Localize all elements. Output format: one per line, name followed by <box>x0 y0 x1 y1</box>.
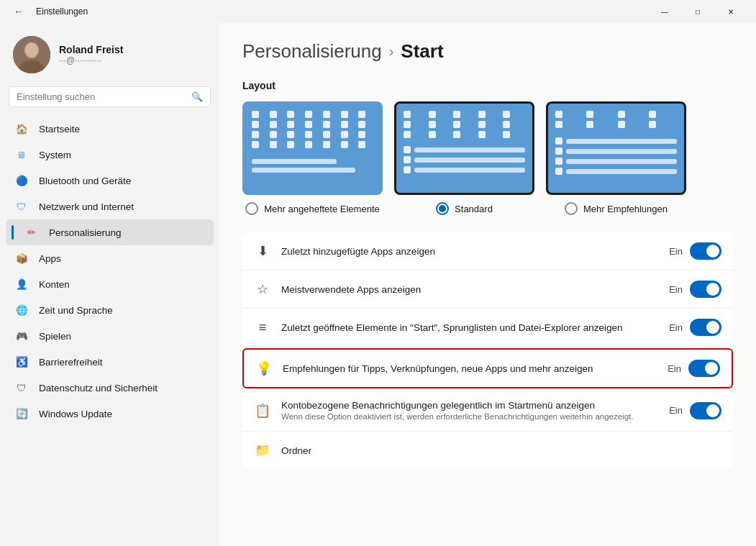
settings-right-zuletzt-geöffnet: Ein <box>669 319 721 336</box>
layout-option-mehr-angeheftet[interactable]: Mehr angeheftete Elemente <box>242 101 383 215</box>
settings-text-ordner: Ordner <box>281 445 721 456</box>
sidebar-item-personalisierung[interactable]: ✏Personalisierung <box>6 219 214 245</box>
mixed-row <box>555 147 677 155</box>
search-box[interactable]: 🔍 <box>9 86 211 107</box>
settings-row-kontobezogen[interactable]: 📋Kontobezogene Benachrichtigungen gelege… <box>242 390 733 432</box>
dot <box>478 131 486 138</box>
layout-option-mehr-empfehlungen[interactable]: Mehr Empfehlungen <box>546 101 686 215</box>
mixed-row <box>404 166 525 173</box>
settings-title-zuletzt-hinzugefugt: Zuletzt hinzugefügte Apps anzeigen <box>281 246 659 257</box>
mixed-row <box>404 146 525 153</box>
nav-label-spielen: Spielen <box>39 331 71 342</box>
breadcrumb: Personalisierung › Start <box>242 40 733 63</box>
toggle-label-zuletzt-geöffnet: Ein <box>669 322 683 333</box>
mixed-row <box>555 168 677 175</box>
sidebar-item-startseite[interactable]: 🏠Startseite <box>6 116 214 142</box>
dot <box>270 141 277 148</box>
back-button[interactable]: ← <box>9 1 29 22</box>
layout-lines-1 <box>252 156 373 173</box>
mixed-dot <box>555 147 563 155</box>
toggle-label-empfehlungen: Ein <box>668 363 681 374</box>
dot <box>404 131 411 138</box>
layout-option-standard[interactable]: Standard <box>394 101 534 215</box>
sidebar-item-netzwerk[interactable]: 🛡Netzwerk und Internet <box>6 194 214 219</box>
title-bar-controls: — □ ✕ <box>648 0 747 23</box>
dots-grid-3 <box>555 111 677 128</box>
nav-icon-netzwerk: 🛡 <box>14 199 29 214</box>
dot <box>586 121 593 128</box>
dot <box>555 121 563 128</box>
dots-grid-2 <box>404 111 525 138</box>
search-input[interactable] <box>17 91 186 102</box>
toggle-kontobezogen[interactable] <box>690 402 721 419</box>
dot <box>305 111 312 118</box>
sidebar-item-konten[interactable]: 👤Konten <box>6 271 214 297</box>
mixed-row <box>555 137 677 145</box>
dot <box>453 131 460 138</box>
dot <box>429 131 436 138</box>
sidebar-item-update[interactable]: 🔄Windows Update <box>6 401 214 427</box>
dot <box>287 141 294 148</box>
breadcrumb-parent: Personalisierung <box>242 40 382 63</box>
nav-icon-personalisierung: ✏ <box>24 225 39 240</box>
dot <box>341 111 348 118</box>
settings-title-zuletzt-geöffnet: Zuletzt geöffnete Elemente in "Start", S… <box>281 322 659 333</box>
settings-icon-ordner: 📁 <box>254 442 271 459</box>
nav-list: 🏠Startseite🖥System🔵Bluetooth und Geräte🛡… <box>6 116 214 427</box>
sidebar-item-bluetooth[interactable]: 🔵Bluetooth und Geräte <box>6 168 214 194</box>
toggle-meistverwendete[interactable] <box>690 281 721 298</box>
dot <box>287 121 294 128</box>
settings-icon-empfehlungen: 💡 <box>255 360 273 377</box>
maximize-button[interactable]: □ <box>681 0 714 23</box>
mixed-lines-3 <box>555 137 677 175</box>
nav-label-datenschutz: Datenschutz und Sicherheit <box>39 383 158 393</box>
layout-option-label-2: Standard <box>455 204 493 214</box>
settings-icon-zuletzt-geöffnet: ≡ <box>254 319 271 336</box>
dot <box>341 141 348 148</box>
dot <box>270 131 277 138</box>
dot <box>341 131 348 138</box>
toggle-empfehlungen[interactable] <box>688 360 720 377</box>
active-indicator <box>12 225 14 240</box>
nav-icon-spielen: 🎮 <box>14 329 29 343</box>
radio-label-1: Mehr angeheftete Elemente <box>245 202 379 215</box>
dot <box>252 141 259 148</box>
sidebar-item-zeit[interactable]: 🌐Zeit und Sprache <box>6 297 214 323</box>
dot <box>555 111 563 118</box>
toggle-knob-kontobezogen <box>706 404 719 417</box>
main-layout: Roland Freist ···@··········· 🔍 🏠Startse… <box>0 23 756 546</box>
minimize-button[interactable]: — <box>648 0 681 23</box>
settings-row-ordner[interactable]: 📁Ordner <box>242 432 733 469</box>
nav-label-apps: Apps <box>39 253 61 264</box>
settings-row-zuletzt-geöffnet[interactable]: ≡Zuletzt geöffnete Elemente in "Start", … <box>242 309 733 347</box>
toggle-knob-empfehlungen <box>705 362 718 375</box>
layout-option-label-3: Mehr Empfehlungen <box>583 204 668 214</box>
avatar-image <box>13 36 50 73</box>
settings-row-zuletzt-hinzugefugt[interactable]: ⬇Zuletzt hinzugefügte Apps anzeigenEin <box>242 232 733 270</box>
settings-row-meistverwendete[interactable]: ☆Meistverwendete Apps anzeigenEin <box>242 270 733 309</box>
dot <box>270 111 277 118</box>
mixed-dot <box>404 166 411 173</box>
dot <box>618 111 625 118</box>
settings-row-empfehlungen[interactable]: 💡Empfehlungen für Tipps, Verknüpfungen, … <box>242 348 733 388</box>
nav-icon-apps: 📦 <box>14 251 29 265</box>
sidebar-item-barrierefreiheit[interactable]: ♿Barrierefreiheit <box>6 349 214 375</box>
nav-icon-barrierefreiheit: ♿ <box>14 355 29 369</box>
toggle-zuletzt-geöffnet[interactable] <box>690 319 721 336</box>
settings-right-zuletzt-hinzugefugt: Ein <box>669 242 721 260</box>
dot <box>478 121 486 128</box>
settings-title-empfehlungen: Empfehlungen für Tipps, Verknüpfungen, n… <box>283 363 657 374</box>
dot <box>358 111 365 118</box>
toggle-zuletzt-hinzugefugt[interactable] <box>690 242 721 260</box>
dot <box>453 111 460 118</box>
sidebar-item-spielen[interactable]: 🎮Spielen <box>6 323 214 349</box>
settings-title-meistverwendete: Meistverwendete Apps anzeigen <box>281 284 659 295</box>
dot <box>618 121 625 128</box>
dot <box>586 111 593 118</box>
sidebar-item-apps[interactable]: 📦Apps <box>6 245 214 271</box>
user-section[interactable]: Roland Freist ···@··········· <box>6 30 214 85</box>
sidebar-item-system[interactable]: 🖥System <box>6 142 214 168</box>
radio-label-3: Mehr Empfehlungen <box>565 202 668 215</box>
sidebar-item-datenschutz[interactable]: 🛡Datenschutz und Sicherheit <box>6 375 214 401</box>
close-button[interactable]: ✕ <box>714 0 747 23</box>
